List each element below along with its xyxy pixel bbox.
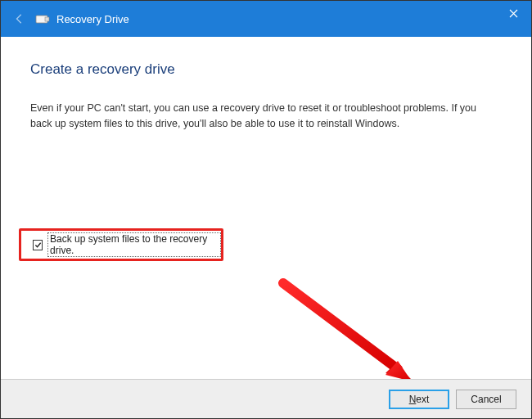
backup-checkbox-row[interactable]: Back up system files to the recovery dri…	[33, 232, 221, 257]
back-arrow-icon[interactable]	[12, 11, 27, 26]
content-area: Create a recovery drive Even if your PC …	[1, 37, 531, 132]
button-bar: Next Cancel	[1, 379, 531, 418]
page-description: Even if your PC can't start, you can use…	[30, 101, 489, 132]
highlight-box: Back up system files to the recovery dri…	[19, 228, 223, 261]
page-heading: Create a recovery drive	[30, 61, 502, 78]
next-button[interactable]: Next	[389, 390, 449, 409]
cancel-button[interactable]: Cancel	[456, 390, 516, 409]
titlebar: Recovery Drive	[1, 1, 531, 37]
backup-checkbox[interactable]	[33, 240, 43, 250]
close-button[interactable]	[495, 1, 531, 25]
backup-checkbox-label: Back up system files to the recovery dri…	[47, 232, 221, 257]
window-title: Recovery Drive	[56, 13, 129, 25]
annotation-arrow	[271, 275, 435, 390]
drive-icon	[35, 13, 50, 25]
svg-rect-1	[45, 17, 49, 21]
